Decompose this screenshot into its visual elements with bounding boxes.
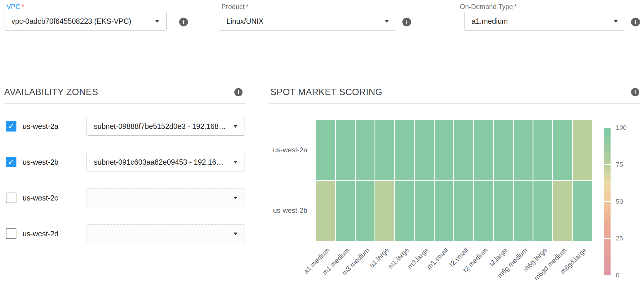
heatmap-cell[interactable]: [415, 120, 434, 180]
availability-zone-row: us-west-2c ▼: [4, 188, 246, 207]
az-rows: ✓ us-west-2a subnet-09888f7be5152d0e3 - …: [4, 117, 246, 260]
product-info-icon[interactable]: i: [402, 18, 411, 26]
heatmap-cell[interactable]: [375, 120, 394, 180]
subnet-select[interactable]: ▼: [87, 224, 245, 243]
heatmap-cell[interactable]: [336, 120, 355, 180]
vertical-section-divider: [258, 70, 258, 283]
caret-down-icon: ▼: [232, 160, 239, 164]
subnet-select[interactable]: subnet-091c603aa82e09453 - 192.168… ▼: [87, 153, 245, 171]
colorbar-separator: [604, 238, 611, 239]
availability-zones-divider: [4, 103, 246, 104]
vpc-label-text: VPC: [6, 3, 20, 11]
required-mark: *: [21, 3, 24, 11]
zone-checkbox[interactable]: ✓: [6, 121, 16, 132]
vpc-label: VPC*: [4, 3, 167, 11]
caret-down-icon: ▼: [232, 124, 239, 128]
heatmap-cell[interactable]: [435, 120, 453, 180]
vpc-field: VPC* vpc-0adcb70f645508223 (EKS-VPC) ▼: [4, 3, 167, 31]
subnet-select-value: subnet-091c603aa82e09453 - 192.168…: [94, 158, 226, 166]
zone-label: us-west-2a: [23, 117, 58, 136]
availability-zones-title: AVAILABILITY ZONES: [4, 87, 98, 97]
on-demand-type-select[interactable]: a1.medium ▼: [464, 12, 625, 31]
availability-zones-info-icon[interactable]: i: [234, 88, 243, 96]
heatmap-row-label: us-west-2b: [252, 206, 307, 215]
heatmap-cell[interactable]: [533, 120, 552, 180]
heatmap-cell[interactable]: [336, 181, 355, 241]
heatmap-cell[interactable]: [494, 181, 513, 241]
colorbar-tick-label: 0: [616, 272, 619, 279]
zone-checkbox[interactable]: ✓: [6, 157, 16, 167]
spot-market-scoring-title: SPOT MARKET SCORING: [270, 87, 382, 97]
heatmap-cell[interactable]: [356, 181, 374, 241]
heatmap-cell[interactable]: [356, 120, 374, 180]
check-icon: ✓: [8, 158, 15, 166]
colorbar-separator: [604, 164, 611, 165]
colorbar-tick-label: 50: [616, 198, 623, 205]
caret-down-icon: ▼: [384, 19, 390, 23]
required-mark: *: [514, 3, 517, 11]
zone-label: us-west-2c: [23, 188, 58, 207]
heatmap-cell[interactable]: [395, 120, 414, 180]
availability-zone-row: ✓ us-west-2a subnet-09888f7be5152d0e3 - …: [4, 117, 246, 136]
heatmap-cell[interactable]: [474, 120, 493, 180]
heatmap-cell[interactable]: [494, 120, 513, 180]
colorbar-separator: [604, 201, 611, 202]
heatmap-cell[interactable]: [454, 181, 473, 241]
zone-checkbox[interactable]: [6, 228, 16, 239]
product-label: Product*: [219, 3, 396, 11]
on-demand-type-info-icon[interactable]: i: [631, 18, 640, 26]
subnet-select[interactable]: subnet-09888f7be5152d0e3 - 192.168… ▼: [87, 117, 245, 136]
caret-down-icon: ▼: [232, 231, 239, 236]
heatmap-cell[interactable]: [553, 181, 572, 241]
vpc-select-value: vpc-0adcb70f645508223 (EKS-VPC): [11, 17, 131, 26]
caret-down-icon: ▼: [613, 19, 619, 23]
heatmap-cell[interactable]: [316, 181, 335, 241]
heatmap-cell[interactable]: [474, 181, 493, 241]
zone-label: us-west-2d: [23, 224, 58, 243]
on-demand-type-label-text: On-Demand Type: [460, 3, 513, 11]
availability-zone-row: us-west-2d ▼: [4, 224, 246, 243]
heatmap-cell[interactable]: [415, 181, 434, 241]
heatmap-cell[interactable]: [514, 181, 533, 241]
page: VPC* vpc-0adcb70f645508223 (EKS-VPC) ▼ i…: [0, 0, 644, 283]
heatmap-row-label: us-west-2a: [252, 146, 307, 154]
heatmap-grid: [316, 120, 592, 241]
heatmap-cell[interactable]: [316, 120, 335, 180]
colorbar-tick-label: 75: [616, 161, 623, 169]
zone-checkbox[interactable]: [6, 193, 16, 203]
caret-down-icon: ▼: [154, 19, 160, 23]
spot-market-info-icon[interactable]: i: [631, 88, 639, 96]
heatmap-cell[interactable]: [375, 181, 394, 241]
on-demand-type-select-value: a1.medium: [472, 17, 508, 26]
spot-market-divider: [269, 103, 640, 104]
colorbar-tick-label: 100: [616, 124, 627, 132]
zone-label: us-west-2b: [23, 153, 58, 171]
caret-down-icon: ▼: [232, 196, 239, 200]
product-label-text: Product: [221, 3, 245, 11]
heatmap-cell[interactable]: [395, 181, 414, 241]
heatmap-cell[interactable]: [435, 181, 453, 241]
product-select-value: Linux/UNIX: [226, 17, 263, 26]
heatmap-cell[interactable]: [573, 120, 592, 180]
heatmap-cell[interactable]: [533, 181, 552, 241]
heatmap-cell[interactable]: [514, 120, 533, 180]
availability-zone-row: ✓ us-west-2b subnet-091c603aa82e09453 - …: [4, 153, 246, 171]
heatmap-cell[interactable]: [573, 181, 592, 241]
vpc-select[interactable]: vpc-0adcb70f645508223 (EKS-VPC) ▼: [4, 12, 167, 31]
subnet-select[interactable]: ▼: [87, 188, 245, 207]
subnet-select-value: subnet-09888f7be5152d0e3 - 192.168…: [94, 122, 226, 131]
product-select[interactable]: Linux/UNIX ▼: [219, 12, 396, 31]
heatmap-cell[interactable]: [553, 120, 572, 180]
on-demand-type-field: On-Demand Type* a1.medium ▼: [464, 3, 625, 31]
heatmap-cell[interactable]: [454, 120, 473, 180]
colorbar-tick-label: 25: [616, 235, 623, 242]
vpc-info-icon[interactable]: i: [179, 18, 188, 26]
required-mark: *: [246, 3, 248, 11]
check-icon: ✓: [8, 122, 15, 131]
product-field: Product* Linux/UNIX ▼: [219, 3, 396, 31]
on-demand-type-label: On-Demand Type*: [457, 3, 625, 11]
